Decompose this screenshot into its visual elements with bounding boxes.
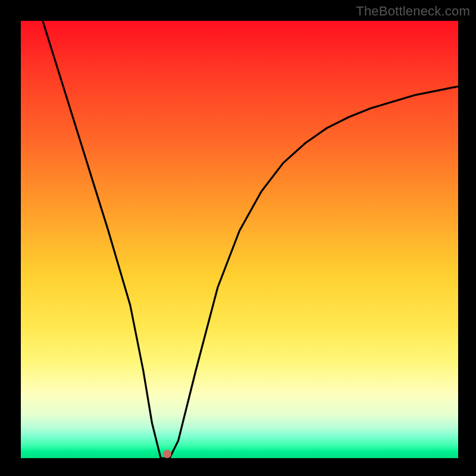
- bottleneck-curve: [21, 21, 458, 458]
- optimal-point-marker: [163, 450, 171, 458]
- plot-area: [21, 21, 458, 458]
- watermark-text: TheBottleneck.com: [356, 4, 470, 19]
- chart-frame: TheBottleneck.com: [0, 0, 476, 476]
